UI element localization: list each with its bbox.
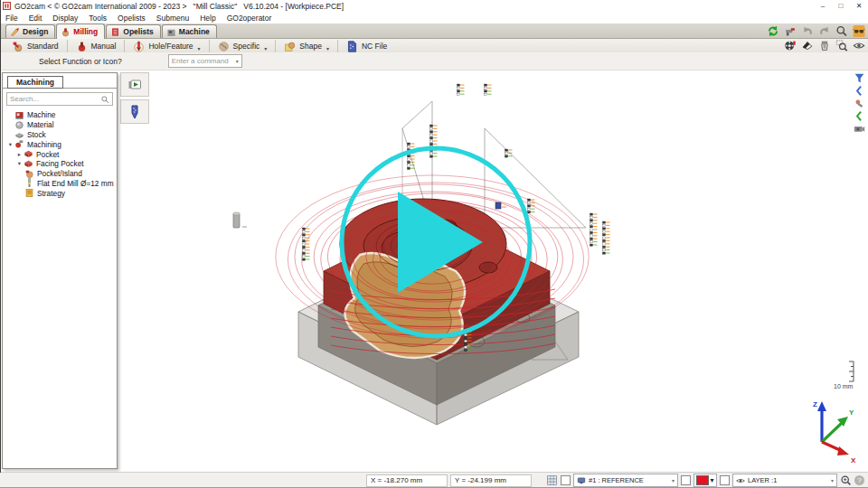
menu-edit[interactable]: Edit: [29, 14, 42, 23]
tool-small-icon[interactable]: [853, 98, 866, 109]
specific-button[interactable]: Specific ▾: [209, 40, 276, 52]
color-picker[interactable]: ▾: [693, 474, 717, 487]
layer-select[interactable]: LAYER :1 ▾: [732, 474, 837, 487]
redo-icon[interactable]: [818, 25, 831, 37]
menu-go2operator[interactable]: GO2operator: [227, 14, 272, 23]
menu-submenu[interactable]: Submenu: [156, 14, 189, 23]
zoom-icon[interactable]: [835, 25, 848, 37]
menu-display[interactable]: Display: [52, 14, 78, 23]
tree-item-machine[interactable]: Machine: [5, 110, 115, 120]
reference-checkbox[interactable]: [561, 475, 571, 485]
expander-open-icon[interactable]: ▾: [6, 141, 14, 148]
tab-design[interactable]: Design: [5, 24, 55, 38]
layer-value: LAYER :1: [748, 476, 777, 484]
menu-opelists[interactable]: Opelists: [118, 14, 146, 23]
tab-milling-label: Milling: [73, 27, 98, 36]
expander-closed-icon[interactable]: ▸: [15, 151, 24, 158]
pointer-tool-icon[interactable]: [784, 25, 797, 37]
camera-icon[interactable]: [853, 123, 866, 135]
close-button[interactable]: ✕: [850, 2, 868, 10]
hole-feature-button[interactable]: Hole/Feature ▾: [124, 40, 208, 52]
expander-open-icon[interactable]: ▾: [15, 160, 24, 167]
pocket-node-icon: [24, 149, 33, 159]
tab-strip: Design Milling Opelists Machine: [0, 23, 868, 39]
tree-item-material[interactable]: Material: [5, 120, 115, 130]
simulation-window-button[interactable]: [120, 72, 149, 97]
undo-icon[interactable]: [801, 25, 814, 37]
window-left-border: [0, 0, 1, 473]
refresh-icon[interactable]: [767, 25, 779, 37]
tab-design-label: Design: [23, 27, 48, 36]
tab-machining-panel[interactable]: Machining: [7, 76, 63, 89]
y-coordinate: Y = -24.199 mm: [450, 474, 532, 487]
menu-tools[interactable]: Tools: [89, 14, 107, 23]
nc-file-button[interactable]: NC File: [337, 40, 395, 52]
menu-help[interactable]: Help: [200, 14, 215, 23]
ribbon-toolbar: Standard Manual Hole/Feature ▾ Specific …: [0, 39, 868, 53]
hole-feature-icon: [133, 41, 145, 52]
command-placeholder: Enter a command: [172, 57, 229, 65]
tree-item-facing-pocket[interactable]: ▾ Facing Pocket: [5, 159, 115, 169]
tree-item-pocket-island[interactable]: Pocket/Island: [5, 169, 115, 179]
chevron-down-icon: ▾: [710, 476, 713, 484]
standard-button[interactable]: Standard: [4, 40, 67, 52]
grid-icon[interactable]: [546, 474, 558, 486]
scale-label: 10 mm: [834, 383, 854, 389]
search-input[interactable]: Search...: [6, 92, 113, 106]
visibility-icon[interactable]: [853, 40, 865, 52]
eraser-icon[interactable]: [801, 40, 814, 52]
viewport-side-buttons: [120, 72, 149, 124]
prompt-row: Select Function or Icon? Enter a command…: [0, 52, 868, 70]
machining-panel: Machining Search... Machine Material Sto…: [2, 72, 118, 469]
clean-screen-icon[interactable]: [818, 40, 831, 52]
tree-item-end-mill[interactable]: Flat End Mill Ø=12 mm: [5, 179, 115, 189]
chevron-down-icon: ▾: [236, 58, 239, 64]
right-tool-strip: [853, 72, 866, 135]
go2-glasses-icon[interactable]: [853, 25, 865, 37]
tab-milling[interactable]: Milling: [56, 23, 105, 39]
tab-opelists[interactable]: Opelists: [106, 24, 161, 38]
prompt-label: Select Function or Icon?: [39, 57, 122, 66]
machining-node-icon: [14, 139, 24, 149]
opelists-icon: [110, 27, 120, 37]
machine-icon: [166, 27, 176, 37]
strategy-node-icon: [24, 188, 34, 198]
nc-file-icon: [346, 41, 358, 52]
tree-item-stock[interactable]: Stock: [5, 130, 115, 140]
simulation-icon[interactable]: [784, 40, 797, 52]
zoom-plus-icon[interactable]: [840, 474, 852, 486]
help-icon[interactable]: ?: [854, 475, 864, 485]
color-checkbox[interactable]: [681, 475, 691, 485]
chevron-left-green-icon[interactable]: [853, 110, 866, 122]
chevron-down-icon: ▾: [326, 45, 329, 52]
tree-item-strategy[interactable]: Strategy: [5, 188, 115, 198]
tree-item-pocket[interactable]: ▸ Pocket: [5, 149, 115, 159]
axis-z-label: Z: [813, 400, 817, 408]
x-coordinate: X = -18.270 mm: [366, 474, 448, 487]
manual-button[interactable]: Manual: [67, 40, 125, 52]
chevron-left-blue-icon[interactable]: [853, 85, 866, 97]
material-node-icon: [14, 120, 24, 130]
end-mill-node-icon: [24, 178, 34, 188]
minimize-button[interactable]: –: [814, 2, 832, 10]
axis-y-label: Y: [849, 408, 854, 417]
command-combobox[interactable]: Enter a command ▾: [168, 54, 242, 68]
title-bar: GO2cam < © GO2cam International 2009 - 2…: [0, 0, 868, 12]
shape-button[interactable]: Shape ▾: [275, 40, 337, 52]
menu-file[interactable]: File: [5, 14, 18, 23]
reference-select[interactable]: #1 : REFERENCE ▾: [573, 474, 678, 487]
window-title: GO2cam < © GO2cam International 2009 - 2…: [14, 2, 344, 11]
window-controls: – □ ✕: [814, 2, 868, 10]
stock-node-icon: [14, 130, 24, 140]
tool-cursor: [233, 212, 247, 228]
maximize-button[interactable]: □: [832, 2, 850, 10]
filter-icon[interactable]: [853, 72, 866, 84]
tree-item-machining[interactable]: ▾ Machining: [5, 139, 115, 149]
tab-machine[interactable]: Machine: [162, 24, 217, 38]
machining-tree: Machine Material Stock ▾ Machining ▸ Poc…: [5, 110, 115, 198]
layer-checkbox[interactable]: [720, 475, 730, 485]
zoom-window-icon[interactable]: [835, 40, 848, 52]
tool-display-button[interactable]: [120, 99, 149, 124]
go2cam-logo-icon: [3, 2, 11, 10]
reference-value: #1 : REFERENCE: [589, 476, 644, 484]
